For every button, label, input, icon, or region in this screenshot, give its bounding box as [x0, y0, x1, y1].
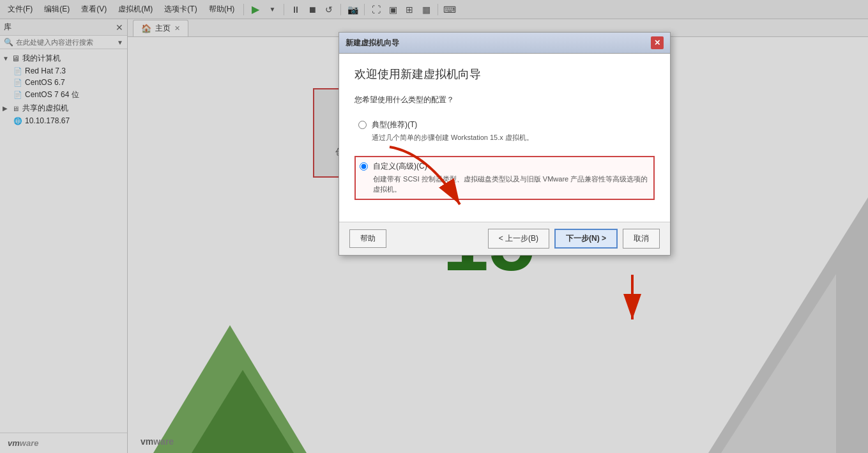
- radio-label-custom: 自定义(高级)(C): [373, 161, 650, 172]
- dialog-footer: 帮助 < 上一步(B) 下一步(N) > 取消: [339, 222, 670, 255]
- dialog-title: 新建虚拟机向导: [346, 38, 399, 49]
- dialog-titlebar: 新建虚拟机向导 ✕: [339, 33, 670, 54]
- dialog-overlay: 新建虚拟机向导 ✕ 欢迎使用新建虚拟机向导 您希望使用什么类型的配置？ 典型(推…: [0, 0, 868, 453]
- cancel-button[interactable]: 取消: [623, 229, 660, 249]
- radio-option-custom[interactable]: 自定义(高级)(C) 创建带有 SCSI 控制器类型、虚拟磁盘类型以及与旧版 V…: [354, 156, 655, 200]
- dialog-footer-right: < 上一步(B) 下一步(N) > 取消: [488, 229, 660, 249]
- radio-option-typical[interactable]: 典型(推荐)(T) 通过几个简单的步骤创建 Workstation 15.x 虚…: [354, 116, 655, 147]
- back-button[interactable]: < 上一步(B): [488, 229, 549, 249]
- option-custom-content: 自定义(高级)(C) 创建带有 SCSI 控制器类型、虚拟磁盘类型以及与旧版 V…: [373, 161, 650, 195]
- dialog-heading: 欢迎使用新建虚拟机向导: [354, 66, 655, 82]
- dialog-body: 欢迎使用新建虚拟机向导 您希望使用什么类型的配置？ 典型(推荐)(T) 通过几个…: [339, 54, 670, 222]
- dialog-question: 您希望使用什么类型的配置？: [354, 95, 655, 105]
- help-button[interactable]: 帮助: [349, 229, 386, 248]
- radio-desc-typical: 通过几个简单的步骤创建 Workstation 15.x 虚拟机。: [372, 132, 533, 143]
- next-button[interactable]: 下一步(N) >: [554, 229, 618, 249]
- radio-typical[interactable]: [358, 121, 367, 129]
- radio-custom[interactable]: [360, 162, 368, 171]
- dialog-close-button[interactable]: ✕: [651, 36, 664, 49]
- new-vm-dialog: 新建虚拟机向导 ✕ 欢迎使用新建虚拟机向导 您希望使用什么类型的配置？ 典型(推…: [339, 32, 671, 256]
- option-typical-content: 典型(推荐)(T) 通过几个简单的步骤创建 Workstation 15.x 虚…: [372, 119, 533, 143]
- radio-desc-custom: 创建带有 SCSI 控制器类型、虚拟磁盘类型以及与旧版 VMware 产品兼容性…: [373, 174, 650, 195]
- radio-label-typical: 典型(推荐)(T): [372, 119, 533, 130]
